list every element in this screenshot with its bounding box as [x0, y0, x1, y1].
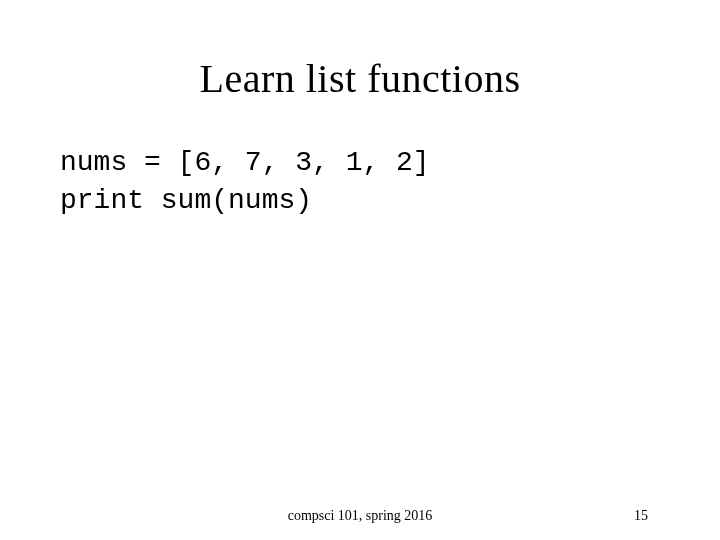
slide-title: Learn list functions	[60, 55, 660, 102]
code-line-1: nums = [6, 7, 3, 1, 2]	[60, 144, 660, 182]
code-block: nums = [6, 7, 3, 1, 2] print sum(nums)	[60, 144, 660, 220]
code-line-2: print sum(nums)	[60, 182, 660, 220]
footer-page-number: 15	[634, 508, 648, 524]
footer-course-info: compsci 101, spring 2016	[288, 508, 433, 524]
slide: Learn list functions nums = [6, 7, 3, 1,…	[0, 0, 720, 540]
